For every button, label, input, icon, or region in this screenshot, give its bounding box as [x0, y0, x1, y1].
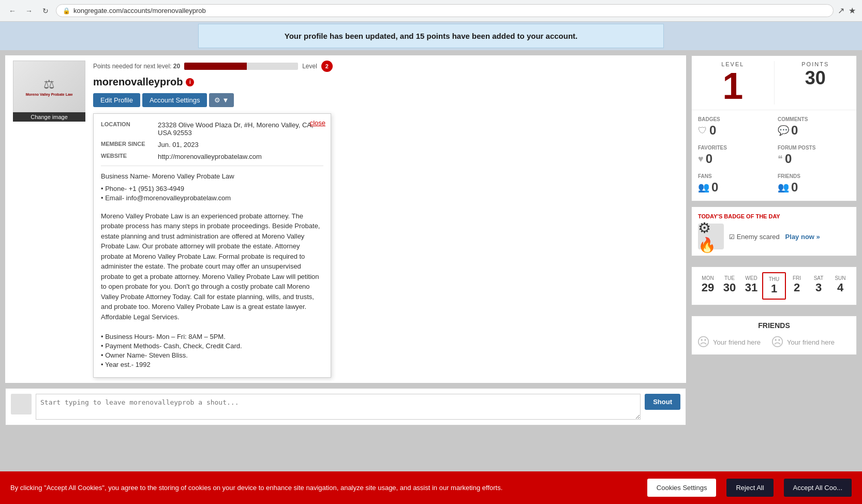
member-since-value: Jun. 01, 2023 — [158, 141, 199, 149]
calendar-day[interactable]: THU 1 — [762, 272, 786, 300]
bio-owner: • Owner Name- Steven Bliss. — [101, 351, 323, 359]
browser-chrome: ← → ↻ 🔒 kongregate.com/accounts/morenova… — [0, 0, 862, 22]
gear-button[interactable]: ⚙ ▼ — [209, 93, 234, 107]
fans-cell: FANS 👥 0 — [696, 171, 772, 197]
shout-input[interactable] — [36, 394, 641, 420]
points-word: POINTS — [780, 61, 852, 67]
badge-of-day-header: TODAY'S BADGE OF THE DAY — [698, 213, 850, 219]
back-button[interactable]: ← — [6, 5, 19, 17]
cookie-text: By clicking "Accept All Cookies", you ag… — [10, 484, 637, 487]
forum-posts-value: 0 — [785, 152, 792, 166]
friend-placeholder-1: ☹ Your friend here — [697, 335, 761, 349]
calendar-day[interactable]: SAT 3 — [808, 272, 829, 300]
share-icon[interactable]: ↗ — [838, 6, 844, 16]
stats-grid: BADGES 🛡 0 COMMENTS 💬 0 — [692, 110, 856, 201]
badge-checkbox: ☑ — [729, 233, 735, 241]
forum-posts-value-row: ❝ 0 — [778, 152, 850, 166]
shout-row: Shout — [11, 394, 680, 420]
main-layout: ⚖ Moreno Valley Probate Law Change image… — [0, 50, 862, 436]
username-row: morenovalleyprob i — [93, 76, 681, 88]
friends-icon: 👥 — [778, 182, 789, 193]
badges-icon: 🛡 — [698, 125, 707, 136]
reject-all-button[interactable]: Reject All — [726, 479, 773, 487]
level-number: 1 — [697, 67, 769, 105]
favorites-value: 0 — [706, 152, 712, 166]
change-image-bar[interactable]: Change image — [13, 112, 85, 122]
success-text: Your profile has been updated, and 15 po… — [285, 32, 577, 40]
calendar-day[interactable]: FRI 2 — [786, 272, 808, 300]
profile-area: ⚖ Moreno Valley Probate Law Change image… — [5, 55, 686, 431]
points-needed-label: Points needed for next level: 20 — [93, 63, 180, 70]
account-settings-button[interactable]: Account Settings — [142, 93, 207, 107]
gear-icon: ⚙ — [214, 96, 220, 104]
page-content: Your profile has been updated, and 15 po… — [0, 22, 862, 487]
website-row: WEBSITE http://morenovalleyprobatelaw.co… — [101, 153, 323, 160]
success-banner: Your profile has been updated, and 15 po… — [198, 24, 664, 48]
forward-button[interactable]: → — [23, 5, 35, 17]
fans-icon: 👥 — [698, 182, 709, 193]
comments-cell: COMMENTS 💬 0 — [776, 114, 852, 140]
friend-icon-1: ☹ — [697, 335, 710, 349]
calendar-days: MON 29 TUE 30 WED 31 THU 1 FRI 2 SAT 3 S… — [697, 272, 851, 300]
fans-value: 0 — [711, 180, 718, 195]
level-points-area: LEVEL 1 POINTS 30 — [692, 56, 856, 110]
lock-icon: 🔒 — [63, 7, 70, 14]
calendar-day[interactable]: TUE 30 — [719, 272, 740, 300]
close-popup-button[interactable]: close — [310, 119, 325, 127]
comments-label: COMMENTS — [778, 116, 850, 122]
profile-header: ⚖ Moreno Valley Probate Law Change image… — [5, 55, 686, 383]
browser-actions: ↗ ★ — [838, 6, 856, 16]
bio-payment: • Payment Methods- Cash, Check, Credit C… — [101, 342, 323, 350]
friends-section: FRIENDS ☹ Your friend here ☹ Your friend… — [691, 316, 857, 355]
friends-title: FRIENDS — [697, 321, 851, 330]
calendar-day[interactable]: SUN 4 — [829, 272, 851, 300]
badges-label: BADGES — [698, 116, 770, 122]
bio-year: • Year est.- 1992 — [101, 361, 323, 368]
profile-center: Points needed for next level: 20 Level 2… — [93, 61, 681, 378]
friend-text-2: Your friend here — [787, 338, 835, 346]
website-label: WEBSITE — [101, 153, 153, 160]
avatar-image: ⚖ Moreno Valley Probate Law — [13, 61, 85, 112]
friend-text-1: Your friend here — [713, 338, 761, 346]
edit-profile-button[interactable]: Edit Profile — [93, 93, 140, 107]
shout-section: Shout — [5, 388, 686, 425]
badge-of-day-section: TODAY'S BADGE OF THE DAY ⚙🔥 ☑ Enemy scar… — [691, 206, 857, 256]
level-label-small: Level — [302, 63, 317, 70]
cookies-settings-button[interactable]: Cookies Settings — [647, 479, 717, 487]
friend-placeholder-2: ☹ Your friend here — [771, 335, 835, 349]
friends-value-row: 👥 0 — [778, 180, 850, 195]
shout-button[interactable]: Shout — [645, 394, 680, 410]
comments-icon: 💬 — [778, 125, 789, 136]
favorites-cell: FAVORITES ♥ 0 — [696, 143, 772, 168]
badge-icon: ⚙🔥 — [698, 224, 724, 249]
right-panel: LEVEL 1 POINTS 30 BADGES 🛡 — [691, 55, 857, 431]
info-divider — [101, 166, 323, 166]
favorites-icon: ♥ — [698, 154, 704, 165]
friends-label: FRIENDS — [778, 173, 850, 179]
avatar-placeholder: ⚖ Moreno Valley Probate Law — [13, 61, 85, 112]
bio-hours: • Business Hours- Mon – Fri: 8AM – 5PM. — [101, 333, 323, 340]
calendar-day[interactable]: WED 31 — [740, 272, 762, 300]
reload-button[interactable]: ↻ — [39, 5, 52, 17]
badge-play-link[interactable]: Play now » — [785, 233, 820, 241]
info-badge[interactable]: i — [186, 78, 194, 86]
scales-icon: ⚖ — [43, 77, 55, 92]
comments-value-row: 💬 0 — [778, 123, 850, 138]
bookmark-icon[interactable]: ★ — [849, 6, 856, 16]
action-buttons: Edit Profile Account Settings ⚙ ▼ — [93, 93, 681, 107]
calendar-day[interactable]: MON 29 — [697, 272, 719, 300]
address-bar[interactable]: 🔒 kongregate.com/accounts/morenovalleypr… — [56, 4, 834, 17]
avatar-company-text: Moreno Valley Probate Law — [26, 93, 73, 96]
member-since-row: MEMBER SINCE Jun. 01, 2023 — [101, 141, 323, 149]
badge-content: ⚙🔥 ☑ Enemy scared Play now » — [698, 224, 850, 249]
bio-phone: • Phone- +1 (951) 363-4949 — [101, 185, 323, 192]
accept-all-button[interactable]: Accept All Coo... — [784, 479, 852, 487]
points-bar-fill — [184, 63, 247, 70]
cookie-banner: By clicking "Accept All Cookies", you ag… — [0, 471, 862, 487]
website-value: http://morenovalleyprobatelaw.com — [158, 153, 262, 160]
fans-label: FANS — [698, 173, 770, 179]
forum-posts-icon: ❝ — [778, 153, 783, 165]
location-row: LOCATION 23328 Olive Wood Plaza Dr, #H, … — [101, 121, 323, 137]
url-text: kongregate.com/accounts/morenovalleyprob — [73, 7, 827, 14]
favorites-value-row: ♥ 0 — [698, 152, 770, 166]
